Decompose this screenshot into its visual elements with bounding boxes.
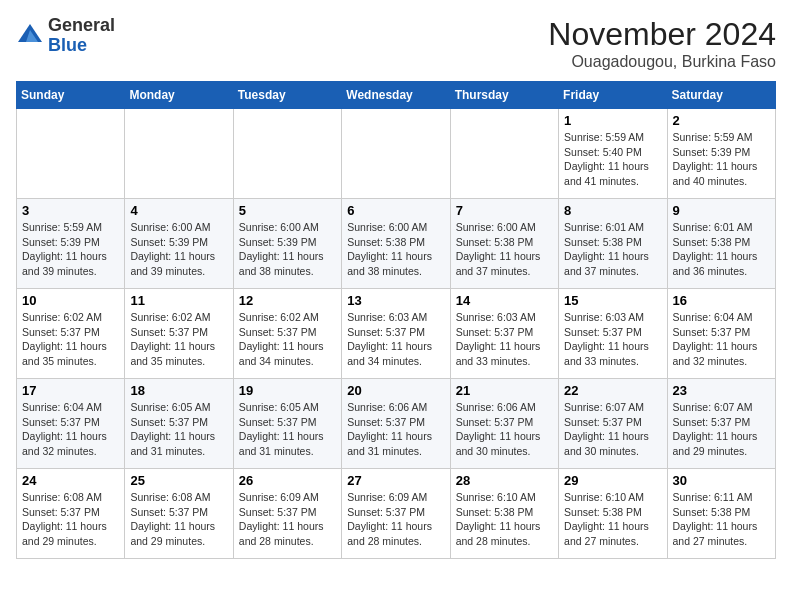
- calendar-cell: 3Sunrise: 5:59 AMSunset: 5:39 PMDaylight…: [17, 199, 125, 289]
- day-number: 18: [130, 383, 227, 398]
- day-number: 14: [456, 293, 553, 308]
- calendar-cell: 13Sunrise: 6:03 AMSunset: 5:37 PMDayligh…: [342, 289, 450, 379]
- calendar-cell: 29Sunrise: 6:10 AMSunset: 5:38 PMDayligh…: [559, 469, 667, 559]
- weekday-header-friday: Friday: [559, 82, 667, 109]
- day-info: Sunrise: 6:05 AMSunset: 5:37 PMDaylight:…: [239, 400, 336, 459]
- page-header: General Blue November 2024 Ouagadougou, …: [16, 16, 776, 71]
- day-number: 22: [564, 383, 661, 398]
- day-info: Sunrise: 6:00 AMSunset: 5:38 PMDaylight:…: [456, 220, 553, 279]
- day-info: Sunrise: 6:02 AMSunset: 5:37 PMDaylight:…: [130, 310, 227, 369]
- calendar-cell: 23Sunrise: 6:07 AMSunset: 5:37 PMDayligh…: [667, 379, 775, 469]
- calendar-cell: 1Sunrise: 5:59 AMSunset: 5:40 PMDaylight…: [559, 109, 667, 199]
- calendar-cell: [450, 109, 558, 199]
- day-number: 7: [456, 203, 553, 218]
- calendar-cell: 19Sunrise: 6:05 AMSunset: 5:37 PMDayligh…: [233, 379, 341, 469]
- logo: General Blue: [16, 16, 115, 56]
- calendar-cell: 6Sunrise: 6:00 AMSunset: 5:38 PMDaylight…: [342, 199, 450, 289]
- logo-line2: Blue: [48, 36, 115, 56]
- day-number: 13: [347, 293, 444, 308]
- day-number: 25: [130, 473, 227, 488]
- day-number: 30: [673, 473, 770, 488]
- weekday-header-saturday: Saturday: [667, 82, 775, 109]
- day-number: 4: [130, 203, 227, 218]
- calendar-cell: 16Sunrise: 6:04 AMSunset: 5:37 PMDayligh…: [667, 289, 775, 379]
- calendar-cell: 14Sunrise: 6:03 AMSunset: 5:37 PMDayligh…: [450, 289, 558, 379]
- day-number: 8: [564, 203, 661, 218]
- calendar-cell: 26Sunrise: 6:09 AMSunset: 5:37 PMDayligh…: [233, 469, 341, 559]
- calendar-week-3: 10Sunrise: 6:02 AMSunset: 5:37 PMDayligh…: [17, 289, 776, 379]
- location: Ouagadougou, Burkina Faso: [548, 53, 776, 71]
- calendar-cell: 25Sunrise: 6:08 AMSunset: 5:37 PMDayligh…: [125, 469, 233, 559]
- day-number: 27: [347, 473, 444, 488]
- day-info: Sunrise: 5:59 AMSunset: 5:40 PMDaylight:…: [564, 130, 661, 189]
- day-info: Sunrise: 6:08 AMSunset: 5:37 PMDaylight:…: [130, 490, 227, 549]
- day-number: 12: [239, 293, 336, 308]
- day-info: Sunrise: 6:07 AMSunset: 5:37 PMDaylight:…: [673, 400, 770, 459]
- day-info: Sunrise: 6:02 AMSunset: 5:37 PMDaylight:…: [239, 310, 336, 369]
- calendar-cell: 21Sunrise: 6:06 AMSunset: 5:37 PMDayligh…: [450, 379, 558, 469]
- calendar-week-2: 3Sunrise: 5:59 AMSunset: 5:39 PMDaylight…: [17, 199, 776, 289]
- day-info: Sunrise: 6:06 AMSunset: 5:37 PMDaylight:…: [347, 400, 444, 459]
- calendar-cell: 11Sunrise: 6:02 AMSunset: 5:37 PMDayligh…: [125, 289, 233, 379]
- month-title: November 2024: [548, 16, 776, 53]
- weekday-header-thursday: Thursday: [450, 82, 558, 109]
- weekday-header-row: SundayMondayTuesdayWednesdayThursdayFrid…: [17, 82, 776, 109]
- calendar-cell: 18Sunrise: 6:05 AMSunset: 5:37 PMDayligh…: [125, 379, 233, 469]
- day-info: Sunrise: 6:05 AMSunset: 5:37 PMDaylight:…: [130, 400, 227, 459]
- calendar-cell: 17Sunrise: 6:04 AMSunset: 5:37 PMDayligh…: [17, 379, 125, 469]
- weekday-header-wednesday: Wednesday: [342, 82, 450, 109]
- day-number: 2: [673, 113, 770, 128]
- calendar-cell: [342, 109, 450, 199]
- calendar-week-5: 24Sunrise: 6:08 AMSunset: 5:37 PMDayligh…: [17, 469, 776, 559]
- day-info: Sunrise: 6:08 AMSunset: 5:37 PMDaylight:…: [22, 490, 119, 549]
- calendar-table: SundayMondayTuesdayWednesdayThursdayFrid…: [16, 81, 776, 559]
- day-number: 23: [673, 383, 770, 398]
- calendar-cell: 9Sunrise: 6:01 AMSunset: 5:38 PMDaylight…: [667, 199, 775, 289]
- day-number: 17: [22, 383, 119, 398]
- day-number: 19: [239, 383, 336, 398]
- day-number: 9: [673, 203, 770, 218]
- day-number: 26: [239, 473, 336, 488]
- day-info: Sunrise: 6:03 AMSunset: 5:37 PMDaylight:…: [456, 310, 553, 369]
- weekday-header-sunday: Sunday: [17, 82, 125, 109]
- day-info: Sunrise: 6:11 AMSunset: 5:38 PMDaylight:…: [673, 490, 770, 549]
- day-number: 16: [673, 293, 770, 308]
- calendar-cell: [17, 109, 125, 199]
- day-info: Sunrise: 6:09 AMSunset: 5:37 PMDaylight:…: [347, 490, 444, 549]
- calendar-header: SundayMondayTuesdayWednesdayThursdayFrid…: [17, 82, 776, 109]
- day-info: Sunrise: 6:01 AMSunset: 5:38 PMDaylight:…: [673, 220, 770, 279]
- calendar-cell: 30Sunrise: 6:11 AMSunset: 5:38 PMDayligh…: [667, 469, 775, 559]
- day-info: Sunrise: 6:03 AMSunset: 5:37 PMDaylight:…: [564, 310, 661, 369]
- day-number: 6: [347, 203, 444, 218]
- day-number: 29: [564, 473, 661, 488]
- day-info: Sunrise: 6:02 AMSunset: 5:37 PMDaylight:…: [22, 310, 119, 369]
- calendar-body: 1Sunrise: 5:59 AMSunset: 5:40 PMDaylight…: [17, 109, 776, 559]
- calendar-cell: 5Sunrise: 6:00 AMSunset: 5:39 PMDaylight…: [233, 199, 341, 289]
- day-info: Sunrise: 6:06 AMSunset: 5:37 PMDaylight:…: [456, 400, 553, 459]
- calendar-cell: 4Sunrise: 6:00 AMSunset: 5:39 PMDaylight…: [125, 199, 233, 289]
- calendar-cell: 12Sunrise: 6:02 AMSunset: 5:37 PMDayligh…: [233, 289, 341, 379]
- calendar-cell: 2Sunrise: 5:59 AMSunset: 5:39 PMDaylight…: [667, 109, 775, 199]
- day-number: 10: [22, 293, 119, 308]
- calendar-week-4: 17Sunrise: 6:04 AMSunset: 5:37 PMDayligh…: [17, 379, 776, 469]
- day-number: 28: [456, 473, 553, 488]
- day-info: Sunrise: 6:07 AMSunset: 5:37 PMDaylight:…: [564, 400, 661, 459]
- day-number: 11: [130, 293, 227, 308]
- day-info: Sunrise: 6:00 AMSunset: 5:39 PMDaylight:…: [239, 220, 336, 279]
- calendar-cell: 10Sunrise: 6:02 AMSunset: 5:37 PMDayligh…: [17, 289, 125, 379]
- calendar-cell: [233, 109, 341, 199]
- logo-icon: [16, 22, 44, 50]
- day-number: 24: [22, 473, 119, 488]
- day-info: Sunrise: 6:10 AMSunset: 5:38 PMDaylight:…: [564, 490, 661, 549]
- day-info: Sunrise: 6:03 AMSunset: 5:37 PMDaylight:…: [347, 310, 444, 369]
- calendar-cell: 20Sunrise: 6:06 AMSunset: 5:37 PMDayligh…: [342, 379, 450, 469]
- day-number: 1: [564, 113, 661, 128]
- day-number: 15: [564, 293, 661, 308]
- day-info: Sunrise: 6:09 AMSunset: 5:37 PMDaylight:…: [239, 490, 336, 549]
- calendar-cell: 28Sunrise: 6:10 AMSunset: 5:38 PMDayligh…: [450, 469, 558, 559]
- day-info: Sunrise: 5:59 AMSunset: 5:39 PMDaylight:…: [22, 220, 119, 279]
- calendar-cell: 24Sunrise: 6:08 AMSunset: 5:37 PMDayligh…: [17, 469, 125, 559]
- day-info: Sunrise: 6:00 AMSunset: 5:39 PMDaylight:…: [130, 220, 227, 279]
- calendar-cell: 8Sunrise: 6:01 AMSunset: 5:38 PMDaylight…: [559, 199, 667, 289]
- calendar-cell: 27Sunrise: 6:09 AMSunset: 5:37 PMDayligh…: [342, 469, 450, 559]
